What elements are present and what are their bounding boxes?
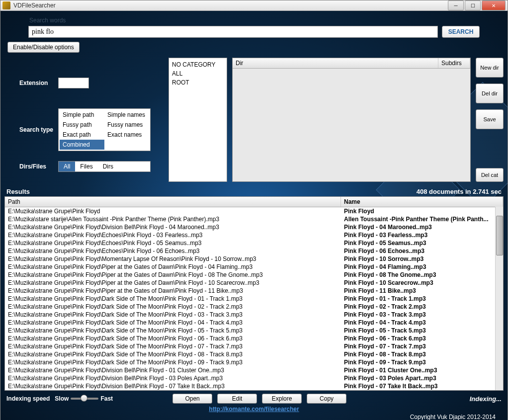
path-cell: E:\Muzika\strane Grupe\Pink Floyd\Dark S…	[5, 327, 341, 335]
directory-table: Dir Subdirs	[232, 58, 471, 182]
path-cell: E:\Muzika\strane Grupe\Pink Floyd\Echoes…	[5, 239, 341, 247]
path-cell: E:\Muzika\strane Grupe\Pink Floyd\Piper …	[5, 263, 341, 271]
table-row[interactable]: E:\Muzika\strane Grupe\Pink Floyd\Moment…	[5, 255, 503, 263]
table-row[interactable]: E:\Muzika\strane Grupe\Pink Floyd\Dark S…	[5, 311, 503, 319]
table-row[interactable]: E:\Muzika\strane Grupe\Pink Floyd\Divisi…	[5, 223, 503, 231]
path-cell: E:\Muzika\strane Grupe\Pink Floyd\Divisi…	[5, 366, 341, 374]
indexing-speed-slider[interactable]	[71, 398, 98, 400]
table-row[interactable]: E:\Muzika\strane Grupe\Pink Floyd\Dark S…	[5, 295, 503, 303]
table-row[interactable]: E:\Muzika\strane Grupe\Pink Floyd\Piper …	[5, 271, 503, 279]
homepage-link[interactable]: http://komante.com/filesearcher	[209, 406, 299, 413]
path-cell: E:\Muzika\strane Grupe\Pink Floyd\Dark S…	[5, 342, 341, 350]
table-row[interactable]: E:\Muzika\strane Grupe\Pink Floyd\Piper …	[5, 287, 503, 295]
path-cell: E:\Muzika\strane Grupe\Pink Floyd\Dark S…	[5, 358, 341, 366]
table-row[interactable]: E:\Muzika\strane Grupe\Pink FloydPink Fl…	[5, 207, 503, 215]
search-type-fussy-path[interactable]: Fussy path	[60, 120, 104, 130]
explore-button[interactable]: Explore	[262, 394, 302, 404]
category-item[interactable]: NO CATEGORY	[171, 60, 225, 69]
results-body[interactable]: E:\Muzika\strane Grupe\Pink FloydPink Fl…	[5, 207, 503, 390]
table-row[interactable]: E:\Muzika\stare starije\Allen Toussaint …	[5, 215, 503, 223]
minimize-button[interactable]: ─	[448, 0, 464, 10]
table-row[interactable]: E:\Muzika\strane Grupe\Pink Floyd\Dark S…	[5, 335, 503, 342]
content-area: Search words SEARCH Enable/Disable optio…	[0, 11, 508, 420]
results-scrollbar[interactable]	[495, 207, 503, 390]
table-row[interactable]: E:\Muzika\strane Grupe\Pink Floyd\Piper …	[5, 263, 503, 271]
extension-input[interactable]	[58, 78, 89, 88]
name-cell: Pink Floyd - 07 - Track 7.mp3	[341, 342, 503, 350]
name-cell: Pink Floyd - 01 Cluster One..mp3	[341, 366, 503, 374]
name-cell: Pink Floyd - 10 Scarecrow..mp3	[341, 279, 503, 287]
table-row[interactable]: E:\Muzika\strane Grupe\Pink Floyd\Divisi…	[5, 366, 503, 374]
path-cell: E:\Muzika\strane Grupe\Pink Floyd\Divisi…	[5, 223, 341, 231]
extension-label: Extension	[19, 80, 58, 86]
new-dir-button[interactable]: New dir	[476, 58, 504, 78]
path-cell: E:\Muzika\strane Grupe\Pink Floyd	[5, 207, 341, 215]
path-cell: E:\Muzika\strane Grupe\Pink Floyd\Dark S…	[5, 350, 341, 358]
table-row[interactable]: E:\Muzika\strane Grupe\Pink Floyd\Divisi…	[5, 382, 503, 390]
open-button[interactable]: Open	[172, 394, 212, 404]
table-row[interactable]: E:\Muzika\strane Grupe\Pink Floyd\Piper …	[5, 279, 503, 287]
name-cell: Pink Floyd	[341, 207, 503, 215]
category-item[interactable]: ALL	[171, 69, 225, 78]
results-label: Results	[6, 188, 30, 195]
search-type-fussy-names[interactable]: Fussy names	[104, 120, 149, 130]
search-type-combined[interactable]: Combined	[60, 140, 104, 150]
dirs-files-all[interactable]: All	[59, 162, 75, 171]
table-row[interactable]: E:\Muzika\strane Grupe\Pink Floyd\Dark S…	[5, 342, 503, 350]
directory-table-body[interactable]	[233, 69, 470, 181]
search-type-exact-names[interactable]: Exact names	[104, 130, 149, 140]
search-type-simple-path[interactable]: Simple path	[60, 110, 104, 120]
dirs-files-selector: All Files Dirs	[58, 161, 151, 172]
table-row[interactable]: E:\Muzika\strane Grupe\Pink Floyd\Echoes…	[5, 247, 503, 255]
close-button[interactable]: ✕	[482, 0, 506, 10]
search-words-label: Search words	[29, 17, 504, 24]
window-title: VDFileSearcher	[13, 2, 448, 9]
app-icon	[2, 1, 10, 9]
slider-thumb[interactable]	[81, 395, 87, 402]
search-button[interactable]: SEARCH	[442, 26, 480, 38]
table-row[interactable]: E:\Muzika\strane Grupe\Pink Floyd\Dark S…	[5, 350, 503, 358]
table-row[interactable]: E:\Muzika\strane Grupe\Pink Floyd\Dark S…	[5, 303, 503, 311]
table-row[interactable]: E:\Muzika\strane Grupe\Pink Floyd\Dark S…	[5, 327, 503, 335]
name-cell: Pink Floyd - 08 The Gnome..mp3	[341, 271, 503, 279]
table-row[interactable]: E:\Muzika\strane Grupe\Pink Floyd\Echoes…	[5, 231, 503, 239]
table-row[interactable]: E:\Muzika\strane Grupe\Pink Floyd\Divisi…	[5, 374, 503, 382]
titlebar: VDFileSearcher ─ ☐ ✕	[0, 0, 508, 11]
category-list[interactable]: NO CATEGORY ALL ROOT	[169, 58, 227, 182]
search-type-selector: Simple path Simple names Fussy path Fuss…	[58, 108, 151, 151]
app-window: VDFileSearcher ─ ☐ ✕ Search words SEARCH…	[0, 0, 508, 420]
dir-column-header[interactable]: Dir	[233, 58, 438, 68]
category-item[interactable]: ROOT	[171, 78, 225, 87]
name-cell: Pink Floyd - 03 Poles Apart..mp3	[341, 374, 503, 382]
dirs-files-files[interactable]: Files	[75, 162, 97, 171]
table-row[interactable]: E:\Muzika\strane Grupe\Pink Floyd\Echoes…	[5, 239, 503, 247]
name-cell: Pink Floyd - 03 - Track 3.mp3	[341, 311, 503, 319]
scroll-thumb[interactable]	[496, 216, 503, 255]
name-cell: Pink Floyd - 01 - Track 1.mp3	[341, 295, 503, 303]
search-input[interactable]	[28, 26, 438, 38]
name-cell: Allen Toussaint -Pink Panther Theme (Pin…	[341, 215, 503, 223]
save-button[interactable]: Save	[476, 109, 504, 129]
table-row[interactable]: E:\Muzika\strane Grupe\Pink Floyd\Dark S…	[5, 358, 503, 366]
slow-label: Slow	[55, 395, 69, 402]
path-cell: E:\Muzika\strane Grupe\Pink Floyd\Divisi…	[5, 374, 341, 382]
search-type-simple-names[interactable]: Simple names	[104, 110, 149, 120]
name-column-header[interactable]: Name	[341, 197, 503, 207]
subdirs-column-header[interactable]: Subdirs	[438, 58, 470, 68]
path-cell: E:\Muzika\strane Grupe\Pink Floyd\Piper …	[5, 287, 341, 295]
name-cell: Pink Floyd - 04 - Track 4.mp3	[341, 319, 503, 327]
copy-button[interactable]: Copy	[307, 394, 346, 404]
copyright-label: Copyright Vuk Djapic 2012-2014	[4, 414, 504, 420]
name-cell: Pink Floyd - 04 Marooned..mp3	[341, 223, 503, 231]
search-type-exact-path[interactable]: Exact path	[60, 130, 104, 140]
del-cat-button[interactable]: Del cat	[476, 168, 504, 182]
path-column-header[interactable]: Path	[5, 197, 341, 207]
table-row[interactable]: E:\Muzika\strane Grupe\Pink Floyd\Dark S…	[5, 319, 503, 327]
dirs-files-dirs[interactable]: Dirs	[98, 162, 118, 171]
del-dir-button[interactable]: Del dir	[476, 84, 504, 103]
fast-label: Fast	[100, 395, 113, 402]
options-toggle-button[interactable]: Enable/Disable options	[7, 42, 80, 53]
maximize-button[interactable]: ☐	[465, 0, 481, 10]
name-cell: Pink Floyd - 11 Bike..mp3	[341, 287, 503, 295]
edit-button[interactable]: Edit	[217, 394, 257, 404]
